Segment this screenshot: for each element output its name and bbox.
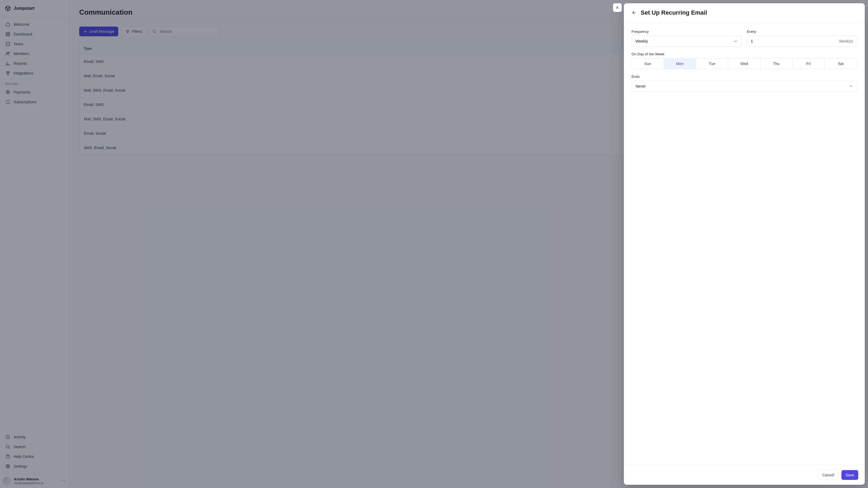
frequency-select[interactable]: Weekly	[631, 36, 742, 46]
save-button[interactable]: Save	[841, 470, 858, 480]
ends-group: Ends Never	[631, 74, 857, 92]
button-label: Save	[845, 473, 854, 477]
day-tabs: Sun Mon Tue Wed Thu Fri Sat	[631, 58, 857, 69]
every-unit: Week(s)	[839, 39, 853, 43]
day-label: On Day of the Week	[631, 52, 857, 56]
every-input-wrap: Week(s)	[747, 36, 857, 46]
chevron-down-icon	[849, 84, 853, 88]
day-tab-wed[interactable]: Wed	[728, 59, 761, 69]
frequency-label: Frequency	[631, 30, 742, 34]
day-tab-thu[interactable]: Thu	[760, 59, 793, 69]
panel-header: Set Up Recurring Email	[624, 3, 865, 23]
ends-select[interactable]: Never	[631, 81, 857, 92]
arrow-left-icon	[631, 10, 637, 15]
frequency-group: Frequency Weekly	[631, 30, 742, 46]
frequency-value: Weekly	[636, 39, 648, 43]
day-tab-sat[interactable]: Sat	[825, 59, 857, 69]
every-value-input[interactable]	[751, 39, 767, 43]
every-group: Every Week(s)	[747, 30, 857, 46]
close-button[interactable]	[613, 3, 622, 12]
panel-body: Frequency Weekly Every Week(s)	[624, 23, 865, 465]
cancel-button[interactable]: Cancel	[818, 470, 838, 480]
ends-value: Never	[636, 84, 646, 88]
day-tab-sun[interactable]: Sun	[632, 59, 664, 69]
every-label: Every	[747, 30, 857, 34]
day-group: On Day of the Week Sun Mon Tue Wed Thu F…	[631, 52, 857, 69]
recurring-email-panel: Set Up Recurring Email Frequency Weekly …	[624, 3, 865, 485]
day-tab-mon[interactable]: Mon	[664, 59, 696, 69]
close-icon	[615, 5, 620, 10]
day-tab-fri[interactable]: Fri	[793, 59, 825, 69]
day-tab-tue[interactable]: Tue	[696, 59, 728, 69]
button-label: Cancel	[822, 473, 834, 477]
panel-footer: Cancel Save	[624, 465, 865, 485]
panel-title: Set Up Recurring Email	[641, 9, 707, 16]
back-button[interactable]	[631, 10, 637, 15]
ends-label: Ends	[631, 74, 857, 78]
modal-overlay: Set Up Recurring Email Frequency Weekly …	[0, 0, 868, 488]
chevron-down-icon	[734, 39, 738, 43]
